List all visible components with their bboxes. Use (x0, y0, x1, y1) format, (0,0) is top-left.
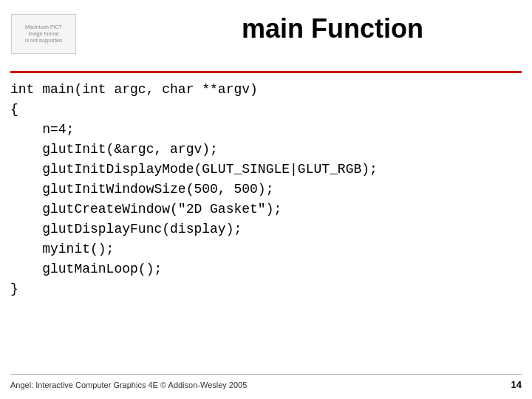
code-block: int main(int argc, char **argv) { n=4; g… (10, 80, 522, 299)
image-box: Macintosh PICT image format is not suppo… (11, 14, 76, 54)
slide-title: main Function (148, 13, 517, 44)
code-line-4: glutInitDisplayMode(GLUT_SINGLE|GLUT_RGB… (10, 160, 522, 180)
code-line-8: myinit(); (10, 239, 522, 259)
image-placeholder-text: Macintosh PICT image format is not suppo… (25, 24, 62, 44)
code-line-3: glutInit(&argc, argv); (10, 140, 522, 160)
code-line-6: glutCreateWindow("2D Gasket"); (10, 200, 522, 219)
code-line-0: int main(int argc, char **argv) (10, 80, 522, 100)
code-line-5: glutInitWindowSize(500, 500); (10, 180, 522, 200)
footer-text: Angel: Interactive Computer Graphics 4E … (10, 381, 247, 389)
slide: Macintosh PICT image format is not suppo… (0, 0, 532, 399)
code-line-9: glutMainLoop(); (10, 259, 522, 279)
footer: Angel: Interactive Computer Graphics 4E … (10, 374, 522, 390)
code-line-1: { (10, 100, 522, 120)
divider-line (10, 71, 522, 73)
image-placeholder: Macintosh PICT image format is not suppo… (10, 13, 77, 54)
code-line-7: glutDisplayFunc(display); (10, 219, 522, 239)
footer-page: 14 (511, 379, 522, 390)
code-line-10: } (10, 279, 522, 299)
code-line-2: n=4; (10, 120, 522, 140)
